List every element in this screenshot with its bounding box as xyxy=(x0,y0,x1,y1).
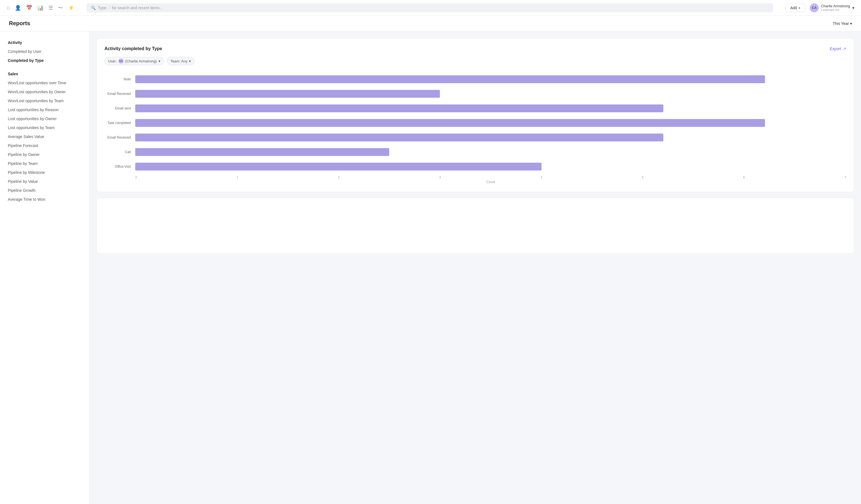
search-type-label: Type xyxy=(98,5,106,10)
activity-section-title: Activity xyxy=(0,40,89,45)
sales-section-title: Sales xyxy=(0,72,89,76)
x-axis: 01234567 xyxy=(135,174,846,179)
bar-fill xyxy=(135,119,765,127)
user-filter-label: User: xyxy=(108,59,117,63)
sidebar-item-pipeline-growth[interactable]: Pipeline Growth xyxy=(0,186,89,195)
user-dropdown-icon[interactable]: ▾ xyxy=(852,5,854,10)
team-filter-chip[interactable]: Team: Any ▾ xyxy=(167,57,195,65)
chart-icon[interactable]: 📊 xyxy=(37,5,43,11)
user-filter-value: (Charlie Armstrong) xyxy=(125,59,157,63)
filter-user-avatar: CA xyxy=(119,58,123,64)
activity-chart-card: Activity completed by Type Export ↗ User… xyxy=(96,38,854,192)
bar-fill xyxy=(135,163,542,171)
trend-icon[interactable]: 〜 xyxy=(58,4,63,11)
page-title: Reports xyxy=(9,20,30,27)
x-tick-label: 0 xyxy=(135,176,137,179)
bar-label: Email Received xyxy=(105,136,135,139)
export-button[interactable]: Export ↗ xyxy=(830,46,846,51)
search-divider: / xyxy=(109,5,110,10)
chart-title: Activity completed by Type xyxy=(105,46,162,51)
user-company: Lookmark Inc xyxy=(821,8,850,12)
lightning-icon[interactable]: ⚡ xyxy=(68,5,74,11)
search-icon: 🔍 xyxy=(91,5,96,10)
bar-fill xyxy=(135,75,765,83)
bar-label: Task completed xyxy=(105,121,135,125)
add-button[interactable]: Add + xyxy=(785,4,805,12)
chart-header: Activity completed by Type Export ↗ xyxy=(105,46,846,51)
bar-label: Email sent xyxy=(105,106,135,110)
x-tick-label: 7 xyxy=(845,176,846,179)
sidebar-item-completed-by-user[interactable]: Completed by User xyxy=(0,47,89,56)
sidebar-item-avg-time-to-won[interactable]: Average Time to Won xyxy=(0,195,89,204)
x-tick-label: 5 xyxy=(642,176,643,179)
nav-icons: ⌂ 👤 📅 📊 ☰ 〜 ⚡ xyxy=(7,4,74,11)
sidebar-item-won-lost-over-time[interactable]: Won/Lost opportunities over Time xyxy=(0,78,89,87)
chart-row: Note xyxy=(105,72,846,86)
sidebar-item-won-lost-by-team[interactable]: Won/Lost opportunities by Team xyxy=(0,96,89,105)
period-selector[interactable]: This Year ▾ xyxy=(833,21,852,26)
search-bar[interactable]: 🔍 Type / for search and recent items... xyxy=(86,3,773,12)
search-placeholder: for search and recent items... xyxy=(112,5,163,10)
chart-grid: NoteEmail ReceivedEmail sentTask complet… xyxy=(105,72,846,174)
bar-fill xyxy=(135,90,440,98)
sidebar-item-lost-by-team[interactable]: Lost opportunities by Team xyxy=(0,123,89,132)
sidebar-item-lost-by-owner[interactable]: Lost opportunities by Owner xyxy=(0,114,89,123)
avatar: CA xyxy=(810,3,819,12)
content-area: Activity completed by Type Export ↗ User… xyxy=(90,31,861,504)
period-dropdown-icon: ▾ xyxy=(850,21,852,26)
bar-track xyxy=(135,159,846,174)
bar-fill xyxy=(135,105,663,112)
bar-track xyxy=(135,72,846,86)
sidebar-item-pipeline-by-milestone[interactable]: Pipeline by Milestone xyxy=(0,168,89,177)
chart-filters: User: CA (Charlie Armstrong) ▾ Team: Any… xyxy=(105,57,846,65)
x-tick-label: 6 xyxy=(743,176,745,179)
sidebar-item-won-lost-by-owner[interactable]: Won/Lost opportunities by Owner xyxy=(0,87,89,96)
x-tick-label: 3 xyxy=(439,176,441,179)
user-section: CA Charlie Armstrong Lookmark Inc ▾ xyxy=(810,3,854,12)
sidebar-item-lost-by-reason[interactable]: Lost opportunities by Reason xyxy=(0,105,89,114)
chart-row: Email sent xyxy=(105,101,846,115)
bar-fill xyxy=(135,134,663,141)
bar-label: Note xyxy=(105,77,135,81)
sidebar-item-avg-sales-value[interactable]: Average Sales Value xyxy=(0,132,89,141)
sidebar-item-pipeline-by-value[interactable]: Pipeline by Value xyxy=(0,177,89,186)
top-nav: ⌂ 👤 📅 📊 ☰ 〜 ⚡ 🔍 Type / for search and re… xyxy=(0,0,861,16)
chart-row: Email Received xyxy=(105,130,846,145)
period-label: This Year xyxy=(833,21,849,26)
chart-row: Email Received xyxy=(105,86,846,101)
calendar-icon[interactable]: 📅 xyxy=(26,5,32,11)
bar-chart-wrapper: NoteEmail ReceivedEmail sentTask complet… xyxy=(105,72,846,184)
bar-fill xyxy=(135,148,389,156)
bar-label: Email Received xyxy=(105,92,135,96)
chart-row: Office Visit xyxy=(105,159,846,174)
sidebar: Activity Completed by User Completed by … xyxy=(0,31,90,504)
chart-row: Call xyxy=(105,145,846,159)
user-filter-chevron: ▾ xyxy=(159,59,161,63)
nav-right: Add + CA Charlie Armstrong Lookmark Inc … xyxy=(785,3,854,12)
x-tick-label: 1 xyxy=(236,176,238,179)
bar-label: Office Visit xyxy=(105,165,135,168)
sidebar-item-pipeline-forecast[interactable]: Pipeline Forecast xyxy=(0,141,89,150)
sidebar-item-pipeline-by-team[interactable]: Pipeline by Team xyxy=(0,159,89,168)
team-filter-chevron: ▾ xyxy=(189,59,191,63)
user-filter-chip[interactable]: User: CA (Charlie Armstrong) ▾ xyxy=(105,57,164,65)
bar-track xyxy=(135,101,846,115)
x-tick-label: 2 xyxy=(338,176,340,179)
sidebar-item-completed-by-type[interactable]: Completed by Type xyxy=(0,56,89,65)
bar-label: Call xyxy=(105,150,135,154)
main-layout: Activity Completed by User Completed by … xyxy=(0,31,861,504)
team-filter-label: Team: Any xyxy=(170,59,188,63)
sidebar-item-pipeline-by-owner[interactable]: Pipeline by Owner xyxy=(0,150,89,159)
second-chart-card xyxy=(96,198,854,254)
page-header: Reports This Year ▾ xyxy=(0,16,861,31)
x-tick-label: 4 xyxy=(541,176,542,179)
home-icon[interactable]: ⌂ xyxy=(7,5,10,11)
list-icon[interactable]: ☰ xyxy=(49,5,53,11)
person-icon[interactable]: 👤 xyxy=(15,5,21,11)
bar-track xyxy=(135,130,846,145)
user-info: Charlie Armstrong Lookmark Inc xyxy=(821,4,850,12)
x-axis-title: Count xyxy=(135,180,846,184)
bar-track xyxy=(135,86,846,101)
bar-track xyxy=(135,115,846,130)
chart-row: Task completed xyxy=(105,115,846,130)
